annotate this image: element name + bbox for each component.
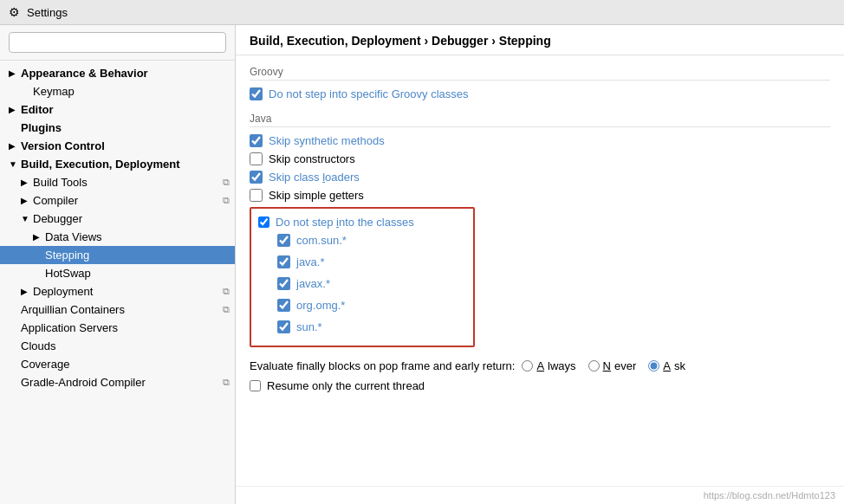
- skip-constructors-checkbox[interactable]: [250, 152, 263, 165]
- sidebar-item-build-exec[interactable]: ▼Build, Execution, Deployment: [0, 155, 235, 173]
- sidebar-item-version-control[interactable]: ▶Version Control: [0, 137, 235, 155]
- classes-box: Do not step into the classes com.sun.* j…: [250, 207, 475, 347]
- java-label: Java: [250, 113, 830, 127]
- title-bar: ⚙ Settings: [0, 0, 844, 25]
- sun-label[interactable]: sun.*: [296, 320, 322, 333]
- arrow-icon: ▶: [21, 178, 33, 187]
- org-omg-row: org.omg.*: [277, 299, 466, 312]
- skip-class-loaders-checkbox[interactable]: [250, 171, 263, 184]
- groovy-no-step-label[interactable]: Do not step into specific Groovy classes: [269, 87, 469, 100]
- arrow-icon: ▼: [21, 214, 33, 223]
- skip-simple-getters-row: Skip simple getters: [250, 189, 830, 202]
- sidebar-item-label: Plugins: [21, 121, 62, 134]
- do-not-step-classes-label[interactable]: Do not step into the classes: [276, 216, 414, 229]
- groovy-label: Groovy: [250, 66, 830, 81]
- com-sun-checkbox[interactable]: [277, 234, 290, 247]
- sun-checkbox[interactable]: [277, 320, 290, 333]
- groovy-section: Groovy Do not step into specific Groovy …: [250, 66, 830, 100]
- ask-option[interactable]: Ask: [648, 359, 685, 372]
- javax-label[interactable]: javax.*: [296, 277, 330, 290]
- sidebar-item-label: Stepping: [45, 249, 89, 262]
- skip-simple-getters-label[interactable]: Skip simple getters: [269, 189, 364, 202]
- copy-icon: ⧉: [223, 195, 230, 206]
- arrow-icon: ▶: [21, 287, 33, 296]
- groovy-no-step-checkbox[interactable]: [250, 87, 263, 100]
- sidebar-item-label: Appearance & Behavior: [21, 67, 148, 80]
- skip-synthetic-checkbox[interactable]: [250, 134, 263, 147]
- window-title: Settings: [27, 6, 68, 19]
- sidebar-item-label: Compiler: [33, 194, 78, 207]
- resume-row: Resume only the current thread: [250, 379, 830, 392]
- javax-checkbox[interactable]: [277, 277, 290, 290]
- watermark: https://blog.csdn.net/Hdmto123: [236, 486, 844, 504]
- breadcrumb: Build, Execution, Deployment › Debugger …: [236, 25, 844, 55]
- copy-icon: ⧉: [223, 377, 230, 388]
- sidebar-item-compiler[interactable]: ▶Compiler⧉: [0, 191, 235, 210]
- sidebar-item-data-views[interactable]: ▶Data Views: [0, 228, 235, 246]
- classes-header: Do not step into the classes: [258, 216, 466, 229]
- sidebar-item-editor[interactable]: ▶Editor: [0, 100, 235, 119]
- sidebar-item-label: Application Servers: [21, 321, 118, 334]
- sidebar-item-deployment[interactable]: ▶Deployment⧉: [0, 282, 235, 300]
- skip-constructors-row: Skip constructors: [250, 152, 830, 165]
- arrow-icon: ▶: [21, 196, 33, 205]
- sidebar-item-label: Deployment: [33, 285, 93, 298]
- main-layout: ▶Appearance & BehaviorKeymap▶EditorPlugi…: [0, 25, 844, 504]
- skip-class-loaders-label[interactable]: Skip class loaders: [269, 171, 360, 184]
- sidebar-item-build-tools[interactable]: ▶Build Tools⧉: [0, 173, 235, 191]
- com-sun-label[interactable]: com.sun.*: [296, 234, 347, 247]
- settings-icon: ⚙: [9, 5, 20, 19]
- copy-icon: ⧉: [223, 286, 230, 297]
- always-option[interactable]: Always: [522, 359, 575, 372]
- never-option[interactable]: Never: [588, 359, 637, 372]
- sidebar-item-coverage[interactable]: Coverage: [0, 355, 235, 373]
- do-not-step-classes-checkbox[interactable]: [258, 216, 269, 228]
- never-radio[interactable]: [588, 360, 600, 372]
- skip-synthetic-label[interactable]: Skip synthetic methods: [269, 134, 385, 147]
- skip-synthetic-row: Skip synthetic methods: [250, 134, 830, 147]
- groovy-no-step-row: Do not step into specific Groovy classes: [250, 87, 830, 100]
- sidebar-item-label: Editor: [21, 103, 54, 116]
- sidebar-item-hotswap[interactable]: HotSwap: [0, 264, 235, 282]
- sidebar-item-label: Coverage: [21, 358, 69, 371]
- sidebar-item-clouds[interactable]: Clouds: [0, 337, 235, 355]
- search-input[interactable]: [9, 32, 226, 53]
- resume-current-thread-label[interactable]: Resume only the current thread: [267, 379, 425, 392]
- sidebar-item-label: Build Tools: [33, 176, 88, 189]
- sidebar-item-stepping[interactable]: Stepping: [0, 246, 235, 264]
- sidebar-item-label: Build, Execution, Deployment: [21, 158, 179, 171]
- java-checkbox[interactable]: [277, 255, 290, 268]
- sidebar-item-label: Version Control: [21, 139, 105, 152]
- sidebar: ▶Appearance & BehaviorKeymap▶EditorPlugi…: [0, 25, 236, 504]
- arrow-icon: ▼: [9, 159, 21, 169]
- always-radio[interactable]: [522, 360, 533, 372]
- sidebar-item-label: Debugger: [33, 212, 82, 225]
- sidebar-item-label: Clouds: [21, 339, 55, 352]
- sidebar-item-label: Keymap: [33, 85, 75, 98]
- java-section: Java Skip synthetic methods Skip constru…: [250, 113, 830, 347]
- resume-current-thread-checkbox[interactable]: [250, 380, 261, 391]
- sidebar-item-label: Arquillian Containers: [21, 303, 125, 316]
- org-omg-checkbox[interactable]: [277, 299, 290, 312]
- arrow-icon: ▶: [9, 105, 21, 114]
- com-sun-row: com.sun.*: [277, 234, 466, 247]
- sidebar-item-plugins[interactable]: Plugins: [0, 119, 235, 137]
- sidebar-item-keymap[interactable]: Keymap: [0, 82, 235, 100]
- skip-class-loaders-row: Skip class loaders: [250, 171, 830, 184]
- skip-constructors-label[interactable]: Skip constructors: [269, 152, 355, 165]
- sidebar-item-arquillian[interactable]: Arquillian Containers⧉: [0, 300, 235, 319]
- sidebar-item-label: Gradle-Android Compiler: [21, 376, 146, 389]
- sun-row: sun.*: [277, 320, 466, 333]
- java-label[interactable]: java.*: [296, 255, 325, 268]
- java-row: java.*: [277, 255, 466, 268]
- sidebar-item-debugger[interactable]: ▼Debugger: [0, 210, 235, 228]
- org-omg-label[interactable]: org.omg.*: [296, 299, 345, 312]
- sidebar-item-gradle-android[interactable]: Gradle-Android Compiler⧉: [0, 373, 235, 391]
- ask-radio[interactable]: [648, 360, 659, 372]
- skip-simple-getters-checkbox[interactable]: [250, 189, 263, 202]
- sidebar-item-app-servers[interactable]: Application Servers: [0, 319, 235, 337]
- search-box-wrap: [0, 25, 235, 61]
- evaluate-label: Evaluate finally blocks on pop frame and…: [250, 359, 515, 372]
- sidebar-item-appearance[interactable]: ▶Appearance & Behavior: [0, 64, 235, 82]
- sidebar-tree: ▶Appearance & BehaviorKeymap▶EditorPlugi…: [0, 61, 235, 504]
